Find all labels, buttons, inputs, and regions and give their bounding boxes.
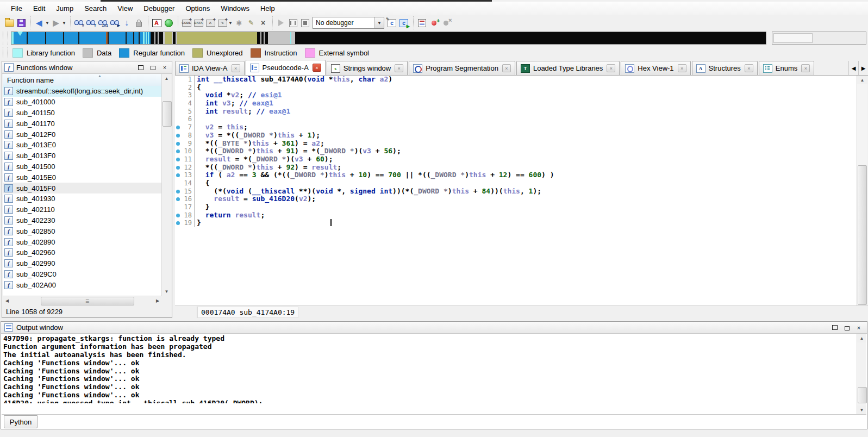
line-number-gutter[interactable]: 17 [175,203,195,211]
tab-close-icon[interactable]: × [607,64,615,72]
navigation-band[interactable] [11,32,766,45]
tab-strings-window[interactable]: sStrings window× [327,61,408,75]
line-number-gutter[interactable]: 19 [175,219,195,227]
attach-process-icon[interactable]: c✎ [386,18,397,28]
function-row[interactable]: fsub_402230 [3,215,162,226]
line-number-gutter[interactable]: 4 [175,99,195,108]
line-number-gutter[interactable]: 10 [175,147,195,155]
tab-scroll-left-icon[interactable]: ◀ [848,61,858,75]
python-cli-tab[interactable]: Python [4,415,38,428]
functions-scroll-right-icon[interactable]: ▶ [153,296,162,305]
make-data-icon[interactable]: DATA+ [193,18,204,28]
menu-help[interactable]: Help [255,3,280,14]
search-next-icon[interactable]: ▶ [109,18,120,28]
tab-pseudocode-a[interactable]: Pseudocode-A× [246,60,326,75]
line-number-gutter[interactable]: 14 [175,179,195,188]
tab-close-icon[interactable]: × [313,64,321,72]
output-log[interactable]: 497D90: propagate_stkargs: function is a… [2,334,857,403]
line-number-gutter[interactable]: 6 [175,115,195,123]
function-list[interactable]: fstreambuf::seekoff(long,ios::seek_dir,i… [3,86,162,296]
navband-position-marker-icon[interactable] [17,32,23,36]
pseudocode-scroll-thumb[interactable] [858,165,867,305]
output-scroll-up-icon[interactable]: ▲ [857,334,866,342]
functions-maximize-icon[interactable] [136,63,146,72]
functions-close-icon[interactable]: × [160,63,170,72]
functions-window-titlebar[interactable]: f Functions window × [2,61,172,74]
line-number-gutter[interactable]: 15 [175,188,195,196]
debugger-pause-icon[interactable] [288,18,298,28]
line-number-gutter[interactable]: 9 [175,140,195,148]
line-number-gutter[interactable]: 1 [175,76,195,84]
function-row[interactable]: fsub_402A00 [3,279,162,290]
jump-back-dropdown-icon[interactable]: ▼ [45,21,50,26]
functions-hscroll-thumb[interactable]: ☰ [41,297,134,305]
search-address-icon[interactable]: # [73,18,84,28]
menu-jump[interactable]: Jump [51,3,79,14]
make-code-icon[interactable]: CODE+ [181,18,192,28]
tab-close-icon[interactable]: × [678,64,686,72]
output-scroll-thumb[interactable] [858,387,867,403]
line-number-gutter[interactable]: 13 [175,171,195,179]
tab-loaded-type-libraries[interactable]: TLoaded Type Libraries× [516,61,620,75]
jump-back-icon[interactable]: ◀ [34,18,45,28]
tab-close-icon[interactable]: × [232,64,240,72]
make-name-icon[interactable]: A+ [205,18,216,28]
line-number-gutter[interactable]: 7 [175,123,195,132]
tab-close-icon[interactable]: × [502,64,511,72]
output-scroll-down-icon[interactable]: ▼ [857,405,866,414]
undefine-icon[interactable]: × [258,18,268,28]
legend-drag-handle[interactable] [3,47,8,58]
output-window-titlebar[interactable]: Output window × [1,322,867,334]
functions-horizontal-scrollbar[interactable]: ◀ ☰ ▶ [3,296,162,305]
functions-vertical-scrollbar[interactable]: ▲ ▼ [161,74,171,296]
run-to-cursor-icon[interactable]: c▶ [398,18,409,28]
function-row[interactable]: fsub_4015E0 [3,172,162,183]
functions-scroll-up-icon[interactable]: ▲ [162,74,171,83]
function-row[interactable]: fsub_4013E0 [3,140,162,151]
menu-debugger[interactable]: Debugger [138,3,180,14]
output-vertical-scrollbar[interactable]: ▲ ▼ [857,334,866,414]
functions-scroll-down-icon[interactable]: ▼ [162,287,171,296]
tab-close-icon[interactable]: × [745,64,753,72]
tab-enums[interactable]: Enums× [759,61,814,75]
functions-scroll-thumb[interactable] [163,101,172,127]
problems-list-icon[interactable]: A [151,18,162,28]
edit-comment-icon[interactable]: ✎ [246,18,257,28]
jump-to-address-icon[interactable]: ↓ [121,18,132,28]
line-number-gutter[interactable]: 2 [175,84,195,92]
flirt-signature-icon[interactable] [133,18,144,28]
pseudocode-scroll-up-icon[interactable]: ▲ [857,76,867,84]
line-number-gutter[interactable]: 18 [175,211,195,220]
function-row[interactable]: fsub_401000 [3,97,162,108]
functions-float-icon[interactable] [148,63,158,72]
function-row[interactable]: fsub_4012F0 [3,129,162,140]
menu-windows[interactable]: Windows [215,3,255,14]
function-row[interactable]: fsub_4015F0 [3,183,162,193]
tab-close-icon[interactable]: × [395,64,403,72]
pseudocode-view[interactable]: 1int __thiscall sub_4174A0(void *this, c… [175,76,857,305]
patch-icon[interactable]: ✱ [234,18,245,28]
tab-scroll-right-icon[interactable]: ▶ [858,61,868,75]
tab-ida-view-a[interactable]: IDA View-A× [175,61,245,75]
pseudocode-vertical-scrollbar[interactable]: ▲ ▼ [857,76,867,318]
menu-file[interactable]: File [5,3,28,14]
output-float-icon[interactable] [842,323,852,332]
debugger-start-icon[interactable] [276,18,286,28]
function-name-column-header[interactable]: Function name ▲ [3,74,162,86]
menu-view[interactable]: View [112,3,138,14]
menu-options[interactable]: Options [180,3,215,14]
open-file-icon[interactable] [4,18,15,28]
tab-structures[interactable]: AStructures× [692,61,758,75]
cli-input-row[interactable]: Python [2,414,866,428]
function-row[interactable]: fsub_402890 [3,236,162,247]
navband-zoom-track[interactable] [772,32,866,45]
search-text-icon[interactable]: T [85,18,96,28]
jump-forward-dropdown-icon[interactable]: ▼ [62,21,67,26]
analysis-indicator-icon[interactable] [163,18,174,28]
debugger-select[interactable]: No debugger ▼ [313,17,384,29]
jump-forward-icon[interactable]: ▶ [51,18,61,28]
function-row[interactable]: fsub_401930 [3,193,162,204]
function-row[interactable]: fsub_401150 [3,108,162,118]
function-row[interactable]: fsub_402960 [3,247,162,258]
tab-program-segmentation[interactable]: Program Segmentation× [409,61,515,75]
